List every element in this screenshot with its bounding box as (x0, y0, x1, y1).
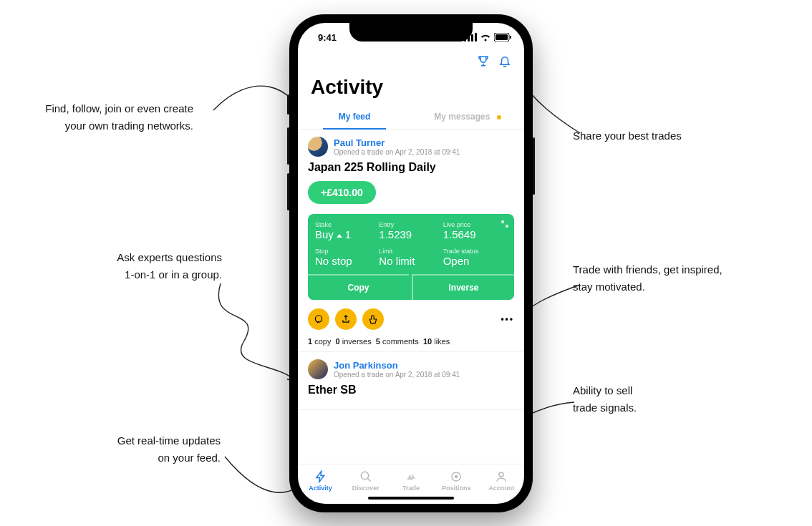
target-icon (450, 470, 463, 483)
entry-label: Entry (379, 221, 443, 228)
svg-rect-5 (496, 34, 508, 40)
stake-value: Buy1 (315, 228, 379, 240)
nav-label: Discover (352, 484, 380, 492)
trade-actions: Copy Inverse (308, 274, 514, 300)
phone-screen: 9:41 Activity My feed My messages (298, 23, 524, 504)
trade-detail-card: Stake Buy1 Entry 1.5239 Live price 1.564… (308, 214, 514, 300)
post-header: Paul Turner Opened a trade on Apr 2, 201… (308, 137, 514, 157)
lightning-icon (314, 470, 327, 483)
phone-frame: 9:41 Activity My feed My messages (289, 14, 533, 512)
status-label: Trade status (443, 248, 507, 255)
feed: Paul Turner Opened a trade on Apr 2, 201… (298, 130, 524, 464)
trade-icon (405, 470, 417, 483)
status-value: Open (443, 255, 507, 267)
more-icon[interactable]: ••• (501, 314, 514, 324)
feed-post: Jon Parkinson Opened a trade on Apr 2, 2… (298, 352, 524, 410)
tab-label: My feed (339, 112, 371, 122)
inverse-button[interactable]: Inverse (412, 274, 514, 300)
avatar[interactable] (308, 359, 328, 379)
post-header: Jon Parkinson Opened a trade on Apr 2, 2… (308, 359, 514, 379)
instrument-name: Ether SB (308, 384, 514, 396)
app-header (298, 52, 524, 73)
stop-value: No stop (315, 255, 379, 267)
power-button (533, 137, 535, 195)
share-icon[interactable] (335, 308, 357, 330)
feed-tabs: My feed My messages (298, 104, 524, 130)
user-name[interactable]: Paul Turner (334, 137, 460, 148)
like-icon[interactable] (362, 308, 384, 330)
tab-my-feed[interactable]: My feed (298, 104, 411, 129)
nav-trade[interactable]: Trade (388, 470, 433, 492)
stop-label: Stop (315, 248, 379, 255)
post-stats: 1 copy 0 inverses 5 comments 10 likes (308, 337, 514, 346)
svg-point-10 (455, 475, 458, 477)
bell-icon[interactable] (498, 54, 511, 70)
tab-my-messages[interactable]: My messages (411, 104, 524, 129)
live-label: Live price (443, 221, 507, 228)
svg-rect-1 (468, 36, 470, 42)
annotation-share: Share your best trades (573, 127, 682, 145)
entry-value: 1.5239 (379, 228, 443, 240)
wifi-icon (480, 33, 491, 42)
nav-activity[interactable]: Activity (298, 470, 343, 492)
annotation-signals: Ability to sell trade signals. (573, 382, 637, 417)
nav-label: Account (488, 484, 514, 492)
annotation-experts: Ask experts questions 1-on-1 or in a gro… (79, 249, 222, 283)
avatar[interactable] (308, 137, 328, 157)
svg-rect-3 (475, 33, 477, 42)
home-indicator (368, 497, 454, 500)
annotation-networks: Find, follow, join or even create your o… (7, 100, 193, 135)
nav-label: Positions (442, 484, 471, 492)
svg-point-8 (361, 472, 369, 479)
svg-rect-6 (510, 36, 511, 39)
social-actions: ••• (308, 308, 514, 330)
stake-label: Stake (315, 221, 379, 228)
nav-discover[interactable]: Discover (343, 470, 388, 492)
svg-point-7 (315, 316, 322, 322)
user-name[interactable]: Jon Parkinson (334, 360, 460, 371)
feed-post: Paul Turner Opened a trade on Apr 2, 201… (298, 130, 524, 352)
svg-point-11 (499, 472, 503, 477)
status-bar: 9:41 (298, 23, 524, 52)
nav-positions[interactable]: Positions (434, 470, 479, 492)
badge-dot (497, 115, 501, 120)
svg-rect-0 (464, 39, 466, 42)
annotation-friends: Trade with friends, get inspired, stay m… (573, 261, 759, 296)
person-icon (495, 470, 508, 483)
comment-icon[interactable] (308, 308, 329, 330)
volume-down-button (287, 173, 289, 210)
limit-value: No limit (379, 255, 443, 267)
status-time: 9:41 (318, 32, 337, 43)
battery-icon (494, 33, 511, 42)
svg-rect-2 (471, 34, 473, 42)
volume-up-button (287, 127, 289, 165)
cellular-signal-icon (464, 33, 477, 42)
nav-account[interactable]: Account (479, 470, 524, 492)
pnl-pill: +£410.00 (308, 181, 376, 204)
limit-label: Limit (379, 248, 443, 255)
tab-label: My messages (434, 112, 490, 122)
search-icon (359, 470, 372, 483)
copy-button[interactable]: Copy (308, 274, 409, 300)
nav-label: Trade (402, 484, 420, 492)
instrument-name: Japan 225 Rolling Daily (308, 161, 514, 174)
nav-label: Activity (309, 484, 332, 492)
page-title: Activity (298, 73, 524, 104)
annotation-realtime: Get real-time updates on your feed. (77, 432, 221, 467)
live-value: 1.5649 (443, 228, 507, 240)
mute-switch (287, 94, 289, 115)
post-subtitle: Opened a trade on Apr 2, 2018 at 09:41 (334, 371, 460, 379)
post-subtitle: Opened a trade on Apr 2, 2018 at 09:41 (334, 148, 460, 156)
trophy-icon[interactable] (477, 54, 490, 70)
